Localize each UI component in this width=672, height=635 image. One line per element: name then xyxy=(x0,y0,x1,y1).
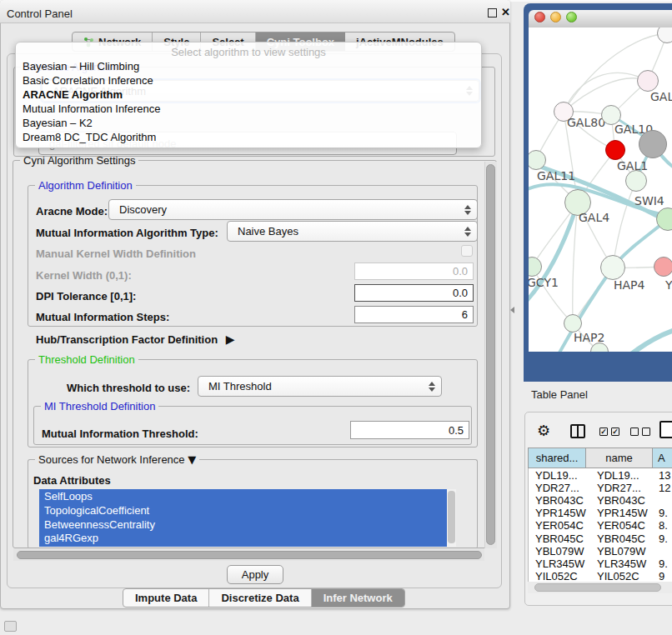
table-cell: YPR145W xyxy=(597,507,648,519)
close-traffic-light-icon[interactable] xyxy=(534,12,545,22)
column-header-name[interactable]: name xyxy=(586,448,653,468)
node-label-gal4: GAL4 xyxy=(579,211,609,224)
table-cell: YBR045C xyxy=(535,532,584,545)
dpi-tolerance-field[interactable] xyxy=(354,284,474,302)
select-all-check-icon[interactable]: ✓ xyxy=(611,428,619,436)
algorithm-option[interactable]: Basic Correlation Inference xyxy=(23,74,153,87)
float-window-icon[interactable] xyxy=(488,8,497,18)
attr-list-scrollbar-thumb[interactable] xyxy=(448,491,455,543)
minimize-traffic-light-icon[interactable] xyxy=(550,12,561,22)
attribute-item[interactable]: BetweennessCentrality xyxy=(44,518,155,531)
aracne-mode-value: Discovery xyxy=(119,203,167,216)
table-hscrollbar-thumb[interactable] xyxy=(534,583,661,592)
network-node[interactable] xyxy=(625,170,647,192)
table-cell: 9. xyxy=(659,507,668,519)
settings-vscrollbar-thumb[interactable] xyxy=(486,164,495,545)
table-cell: YBR043C xyxy=(597,494,645,507)
collapse-arrow-icon[interactable]: ▼ xyxy=(188,453,196,466)
table-row[interactable]: YDR27...YDR27...12 xyxy=(529,482,672,494)
mi-type-label: Mutual Information Algorithm Type: xyxy=(36,227,218,239)
table-cell: YER054C xyxy=(597,519,645,532)
expander-arrow-icon: ▶ xyxy=(226,332,235,346)
export-table-icon[interactable] xyxy=(659,421,672,438)
which-threshold-value: MI Threshold xyxy=(208,380,272,392)
table-settings-gear-icon[interactable]: ⚙ xyxy=(537,422,550,439)
network-node-gal1[interactable] xyxy=(605,140,625,160)
sources-title-text: Sources for Network Inference xyxy=(38,453,185,466)
manual-kernel-checkbox[interactable] xyxy=(461,245,473,257)
dpi-tolerance-label: DPI Tolerance [0,1]: xyxy=(36,290,136,302)
column-header-partial[interactable]: A xyxy=(653,448,672,468)
network-canvas[interactable]: GALGAL80GAL10GAL1GAL11GAL4SWI4GCY1HAP4YH… xyxy=(529,28,672,352)
table-cell: YBL079W xyxy=(535,545,584,558)
table-row[interactable]: YDL19...YDL19...13 xyxy=(529,469,672,482)
bottom-tab-discretize-data[interactable]: Discretize Data xyxy=(209,589,311,607)
kernel-width-field[interactable] xyxy=(354,262,474,280)
aracne-mode-combo[interactable]: Discovery xyxy=(108,199,478,220)
network-node-y[interactable] xyxy=(654,257,672,277)
table-cell: YER054C xyxy=(535,519,584,532)
table-cell: YLR345W xyxy=(535,558,584,570)
select-all-check-icon[interactable]: ✓ xyxy=(599,428,608,436)
algorithm-option[interactable]: Dream8 DC_TDC Algorithm xyxy=(23,131,156,143)
node-label-hap4: HAP4 xyxy=(614,278,644,292)
deselect-all-box-icon[interactable] xyxy=(642,428,650,436)
split-divider-arrow[interactable] xyxy=(510,307,514,313)
node-label-y: Y xyxy=(665,278,672,292)
attribute-item[interactable]: TopologicalCoefficient xyxy=(44,504,149,517)
apply-button[interactable]: Apply xyxy=(227,565,283,584)
minimized-panel-icon[interactable] xyxy=(4,621,17,632)
table-row[interactable]: YPR145WYPR145W9. xyxy=(529,507,672,519)
node-label-swi4: SWI4 xyxy=(634,194,664,208)
combo-spinner-icon xyxy=(464,227,471,237)
node-label-gcy1: GCY1 xyxy=(529,276,559,289)
network-node[interactable] xyxy=(639,130,667,158)
algorithm-option[interactable]: Bayesian – Hill Climbing xyxy=(23,60,139,72)
split-columns-icon[interactable] xyxy=(570,424,585,438)
table-row[interactable]: YBL079WYBL079W xyxy=(529,545,672,558)
combo-spinner-icon xyxy=(429,382,435,392)
table-cell: YDL19... xyxy=(597,469,639,482)
mi-threshold-field[interactable] xyxy=(350,421,469,439)
table-row[interactable]: YIL052CYIL052C9 xyxy=(529,570,672,582)
table-row[interactable]: YBR043CYBR043C xyxy=(529,494,672,507)
algorithm-definition-title: Algorithm Definition xyxy=(35,179,136,192)
table-cell: YPR145W xyxy=(535,507,586,519)
table-row[interactable]: YLR345WYLR345W9. xyxy=(529,558,672,570)
column-header-shared[interactable]: shared... xyxy=(528,448,586,468)
table-row[interactable]: YER054CYER054C8. xyxy=(529,519,672,532)
bottom-tab-infer-network[interactable]: Infer Network xyxy=(312,589,404,607)
algorithm-option[interactable]: ARACNE Algorithm xyxy=(23,88,123,101)
zoom-traffic-light-icon[interactable] xyxy=(566,12,577,22)
combo-spinner-icon xyxy=(464,205,471,215)
bottom-tabbar: Impute DataDiscretize DataInfer Network xyxy=(123,588,405,608)
table-row[interactable]: YBR045CYBR045C9. xyxy=(529,532,672,545)
hub-definition-expander[interactable]: Hub/Transcription Factor Definition ▶ xyxy=(36,332,235,346)
network-node-hap2[interactable] xyxy=(564,314,582,332)
settings-hscrollbar-thumb[interactable] xyxy=(17,551,482,559)
algorithm-option[interactable]: Bayesian – K2 xyxy=(23,117,93,129)
kernel-width-label: Kernel Width (0,1): xyxy=(36,269,132,282)
table-cell: YBL079W xyxy=(597,545,646,558)
algorithm-option[interactable]: Mutual Information Inference xyxy=(23,102,160,115)
bottom-tab-impute-data[interactable]: Impute Data xyxy=(123,589,209,607)
mi-type-combo[interactable]: Naive Bayes xyxy=(227,221,478,242)
control-panel-title: Control Panel xyxy=(7,8,73,20)
table-cell: YDR27... xyxy=(597,482,641,494)
deselect-all-box-icon[interactable] xyxy=(630,428,639,436)
which-threshold-label: Which threshold to use: xyxy=(67,382,190,394)
table-cell: YIL052C xyxy=(535,570,578,582)
data-attributes-list[interactable]: SelfLoopsTopologicalCoefficientBetweenne… xyxy=(39,489,456,547)
attribute-item[interactable]: gal4RGexp xyxy=(44,532,98,544)
mi-steps-field[interactable] xyxy=(354,306,474,323)
table-cell: 9 xyxy=(659,570,664,582)
close-icon[interactable]: ✕ xyxy=(501,6,510,18)
network-node-gal[interactable] xyxy=(637,70,659,92)
network-node-hap4[interactable] xyxy=(600,255,625,280)
hub-definition-label: Hub/Transcription Factor Definition xyxy=(36,333,218,346)
mi-threshold-group-title: MI Threshold Definition xyxy=(41,400,158,412)
attribute-item[interactable]: SelfLoops xyxy=(44,490,93,502)
table-cell: YDL19... xyxy=(535,469,578,482)
which-threshold-combo[interactable]: MI Threshold xyxy=(198,376,442,397)
table-cell: 9. xyxy=(659,532,668,545)
